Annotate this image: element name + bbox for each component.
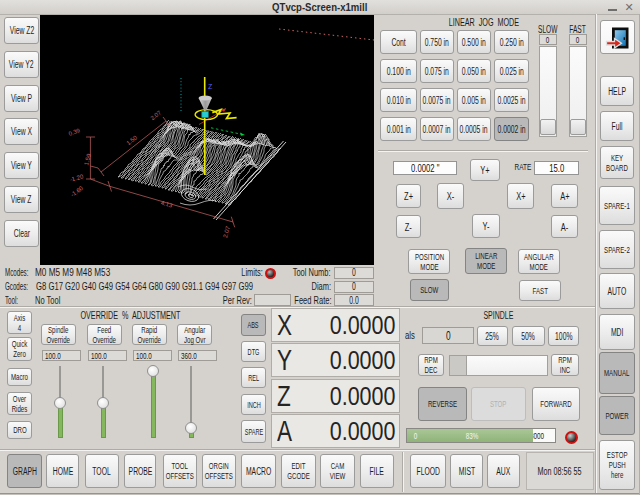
svg-text:Z: Z — [208, 83, 213, 90]
